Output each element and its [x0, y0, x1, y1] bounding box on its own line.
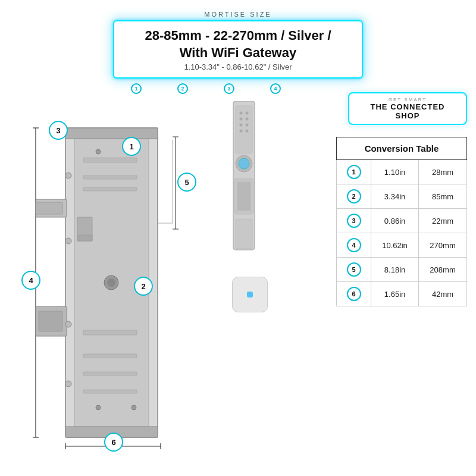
header-section: MORTISE SIZE 28-85mm - 22-270mm / Silver… — [24, 11, 452, 94]
slim-lock-svg — [220, 101, 268, 268]
table-cell-inches: 0.86in — [371, 209, 419, 233]
table-row: 5 8.18in 208mm — [337, 258, 467, 282]
diagram-circle-3: 3 — [49, 121, 68, 140]
title-box: 28-85mm - 22-270mm / Silver /With WiFi G… — [113, 20, 363, 79]
lock-svg — [18, 104, 232, 461]
svg-point-29 — [65, 238, 71, 244]
svg-rect-11 — [65, 128, 158, 139]
table-cell-num: 5 — [337, 258, 371, 282]
table-cell-num: 2 — [337, 184, 371, 209]
step-dot-1: 1 — [131, 83, 142, 94]
table-cell-inches: 8.18in — [371, 258, 419, 282]
svg-point-47 — [240, 130, 243, 133]
step-dot-2: 2 — [177, 83, 188, 94]
svg-rect-53 — [236, 219, 252, 249]
title-sub: 1.10-3.34" - 0.86-10.62" / Silver — [132, 62, 344, 71]
table-cell-inches: 1.10in — [371, 160, 419, 184]
svg-point-18 — [107, 278, 115, 287]
svg-point-26 — [96, 405, 101, 410]
svg-point-44 — [246, 118, 249, 121]
svg-point-24 — [96, 149, 101, 154]
table-cell-num: 4 — [337, 233, 371, 258]
table-cell-mm: 28mm — [419, 160, 467, 184]
table-row: 4 10.62in 270mm — [337, 233, 467, 258]
conversion-table-header: Conversion Table — [337, 137, 467, 160]
table-cell-num: 6 — [337, 282, 371, 306]
mortise-label: MORTISE SIZE — [204, 11, 271, 18]
svg-rect-36 — [83, 354, 137, 358]
table-circle-2: 2 — [347, 189, 361, 203]
brand-get-smart: GET SMART — [359, 97, 456, 102]
table-circle-6: 6 — [347, 287, 361, 301]
table-cell-inches: 3.34in — [371, 184, 419, 209]
svg-rect-14 — [36, 202, 62, 214]
brand-name: THE CONNECTED SHOP — [359, 102, 456, 120]
svg-rect-20 — [83, 176, 137, 179]
title-main: 28-85mm - 22-270mm / Silver /With WiFi G… — [132, 27, 344, 61]
svg-rect-35 — [83, 330, 137, 335]
table-circle-3: 3 — [347, 214, 361, 228]
table-cell-mm: 42mm — [419, 282, 467, 306]
svg-point-50 — [239, 158, 249, 169]
svg-point-42 — [246, 112, 249, 115]
conversion-table: Conversion Table 1 1.10in 28mm 2 3.34in … — [336, 137, 467, 306]
svg-rect-21 — [83, 187, 137, 191]
table-row: 2 3.34in 85mm — [337, 184, 467, 209]
step-dot-4: 4 — [270, 83, 281, 94]
table-circle-4: 4 — [347, 238, 361, 252]
wifi-dot — [247, 292, 253, 298]
table-row: 3 0.86in 22mm — [337, 209, 467, 233]
diagram-circle-1: 1 — [122, 137, 141, 156]
svg-point-28 — [65, 173, 71, 178]
svg-rect-19 — [83, 158, 137, 162]
center-section — [202, 101, 286, 312]
step-dots-row: 1 2 3 4 — [131, 83, 281, 94]
table-cell-mm: 22mm — [419, 209, 467, 233]
table-cell-mm: 208mm — [419, 258, 467, 282]
table-cell-mm: 85mm — [419, 184, 467, 209]
brand-badge: GET SMART THE CONNECTED SHOP — [348, 92, 467, 125]
diagram-circle-4: 4 — [21, 271, 40, 290]
svg-rect-37 — [83, 372, 137, 375]
diagram-circle-6: 6 — [104, 433, 123, 452]
table-cell-num: 1 — [337, 160, 371, 184]
svg-rect-23 — [77, 235, 92, 241]
table-cell-num: 3 — [337, 209, 371, 233]
lock-diagram: 1 2 3 4 5 6 — [18, 104, 232, 461]
table-row: 1 1.10in 28mm — [337, 160, 467, 184]
diagram-circle-5: 5 — [177, 173, 196, 192]
svg-point-30 — [65, 321, 71, 327]
svg-rect-40 — [236, 106, 252, 154]
svg-point-45 — [240, 124, 243, 127]
table-cell-inches: 1.65in — [371, 282, 419, 306]
table-cell-mm: 270mm — [419, 233, 467, 258]
table-cell-inches: 10.62in — [371, 233, 419, 258]
table-circle-1: 1 — [347, 165, 361, 179]
svg-point-46 — [246, 124, 249, 127]
table-row: 6 1.65in 42mm — [337, 282, 467, 306]
step-dot-3: 3 — [224, 83, 234, 94]
svg-rect-38 — [83, 390, 137, 393]
svg-rect-16 — [39, 311, 62, 331]
diagram-circle-2: 2 — [134, 277, 153, 296]
right-section: GET SMART THE CONNECTED SHOP Conversion … — [300, 92, 467, 306]
table-circle-5: 5 — [347, 262, 361, 277]
svg-point-41 — [240, 112, 243, 115]
svg-point-48 — [246, 130, 249, 133]
svg-point-43 — [240, 118, 243, 121]
wifi-gateway — [232, 277, 268, 312]
svg-point-27 — [131, 405, 136, 410]
svg-point-31 — [65, 381, 71, 387]
svg-rect-52 — [237, 181, 251, 211]
